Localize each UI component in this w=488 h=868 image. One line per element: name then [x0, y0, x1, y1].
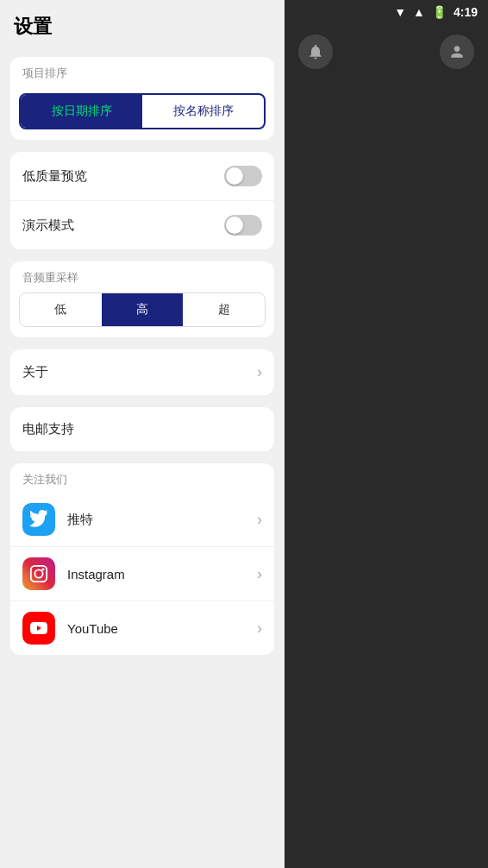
resample-high-button[interactable]: 高 [102, 293, 184, 326]
right-panel: ▼ ▲ 🔋 4:19 项目 [285, 0, 488, 868]
toggle-row-demo-mode: 演示模式 [10, 201, 274, 249]
sort-buttons: 按日期排序 按名称排序 [19, 93, 266, 129]
instagram-icon [22, 557, 55, 590]
settings-panel: 设置 项目排序 按日期排序 按名称排序 低质量预览 演示模式 音频重采样 低 高… [0, 0, 285, 868]
time-display: 4:19 [454, 5, 478, 19]
about-nav-row[interactable]: 关于 › [10, 349, 274, 395]
audio-section-label: 音频重采样 [10, 261, 274, 292]
toggle-switch-demo-mode[interactable] [224, 215, 262, 236]
email-label: 电邮支持 [22, 421, 74, 437]
about-section: 关于 › [10, 349, 274, 395]
notification-icon[interactable] [298, 35, 333, 69]
instagram-label: Instagram [67, 567, 257, 582]
youtube-chevron-icon: › [257, 620, 262, 638]
about-label: 关于 [22, 364, 48, 381]
youtube-label: YouTube [67, 621, 257, 636]
signal-icon: ▲ [413, 5, 425, 19]
right-icons-row [285, 24, 488, 79]
profile-icon[interactable] [440, 35, 474, 69]
instagram-chevron-icon: › [257, 565, 262, 583]
toggle-row-low-quality: 低质量预览 [10, 152, 274, 201]
follow-section-label: 关注我们 [10, 463, 274, 493]
resample-buttons: 低 高 超 [19, 292, 266, 327]
follow-section: 关注我们 推特 › Instagram › [10, 463, 274, 655]
svg-point-2 [42, 569, 45, 571]
sort-by-name-button[interactable]: 按名称排序 [142, 95, 264, 128]
twitter-chevron-icon: › [257, 511, 262, 529]
page-title: 设置 [14, 14, 274, 40]
toggle-label-low-quality: 低质量预览 [22, 168, 87, 185]
instagram-row[interactable]: Instagram › [10, 547, 274, 601]
email-section: 电邮支持 [10, 407, 274, 451]
svg-point-1 [34, 569, 42, 577]
twitter-icon [22, 503, 55, 536]
svg-rect-0 [31, 566, 47, 582]
email-nav-row[interactable]: 电邮支持 [10, 407, 274, 451]
youtube-icon [22, 612, 55, 645]
audio-section: 音频重采样 低 高 超 [10, 261, 274, 337]
toggle-section: 低质量预览 演示模式 [10, 152, 274, 249]
toggle-label-demo-mode: 演示模式 [22, 217, 74, 234]
resample-ultra-button[interactable]: 超 [183, 293, 265, 326]
twitter-row[interactable]: 推特 › [10, 493, 274, 547]
sort-section: 项目排序 按日期排序 按名称排序 [10, 57, 274, 140]
about-chevron-icon: › [257, 363, 262, 381]
battery-icon: 🔋 [432, 5, 447, 19]
resample-low-button[interactable]: 低 [20, 293, 102, 326]
twitter-label: 推特 [67, 512, 257, 528]
status-bar: ▼ ▲ 🔋 4:19 [285, 0, 488, 24]
sort-by-date-button[interactable]: 按日期排序 [21, 95, 142, 128]
sort-section-label: 项目排序 [10, 57, 274, 86]
wifi-icon: ▼ [394, 5, 406, 19]
youtube-row[interactable]: YouTube › [10, 601, 274, 655]
toggle-switch-low-quality[interactable] [224, 166, 262, 186]
